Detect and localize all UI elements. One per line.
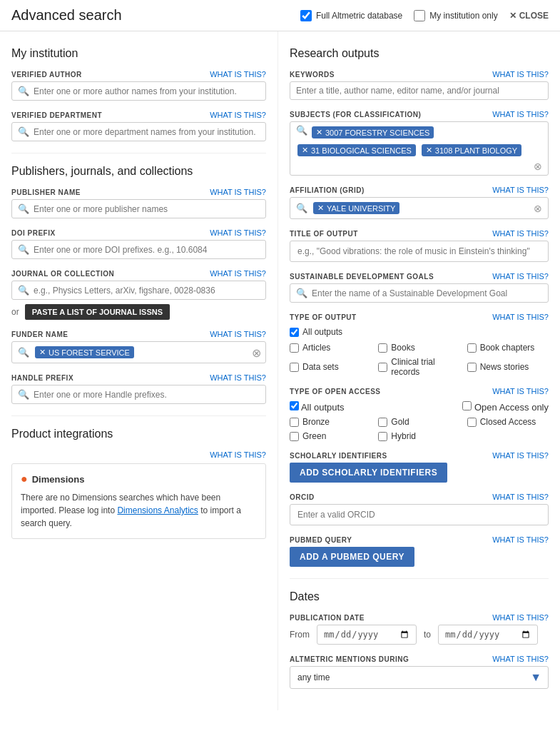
keywords-what-is-this[interactable]: WHAT IS THIS?	[492, 70, 549, 79]
oa-hybrid-label: Hybrid	[391, 431, 416, 441]
add-pubmed-query-button[interactable]: ADD A PUBMED QUERY	[290, 547, 414, 567]
add-scholarly-identifiers-button[interactable]: ADD SCHOLARLY IDENTIFIERS	[290, 463, 447, 483]
subjects-clear-all-icon[interactable]: ⊗	[534, 161, 542, 172]
type-output-what-is-this[interactable]: WHAT IS THIS?	[492, 313, 549, 321]
oa-all-outputs-checkbox[interactable]	[290, 401, 299, 410]
oa-green: Green	[290, 431, 371, 441]
altmetric-mentions-select[interactable]: any time last 7 days last 30 days last 3…	[290, 666, 549, 689]
type-all-outputs-label[interactable]: All outputs	[290, 327, 549, 337]
main-layout: My institution VERIFIED AUTHOR WHAT IS T…	[0, 31, 560, 710]
oa-bronze-checkbox[interactable]	[290, 418, 299, 427]
journal-collection-search-icon: 🔍	[18, 285, 29, 296]
subject-tag-2-x[interactable]: ✕	[302, 146, 308, 155]
affiliation-what-is-this[interactable]: WHAT IS THIS?	[492, 186, 549, 194]
affiliation-tag-x[interactable]: ✕	[317, 203, 324, 213]
subjects-input[interactable]	[296, 161, 528, 171]
verified-author-label: VERIFIED AUTHOR	[11, 71, 82, 79]
my-institution-checkbox[interactable]	[414, 10, 425, 21]
affiliation-input[interactable]	[405, 203, 526, 213]
affiliation-clear-icon[interactable]: ⊗	[534, 203, 542, 214]
verified-department-what-is-this[interactable]: WHAT IS THIS?	[210, 111, 266, 119]
scholarly-identifiers-group: SCHOLARLY IDENTIFIERS WHAT IS THIS? ADD …	[290, 451, 549, 483]
paste-journal-issns-button[interactable]: PASTE A LIST OF JOURNAL ISSNS	[25, 304, 170, 320]
product-integrations-label-row: WHAT IS THIS?	[11, 450, 266, 459]
oa-green-checkbox[interactable]	[290, 432, 299, 441]
funder-name-what-is-this[interactable]: WHAT IS THIS?	[210, 330, 266, 338]
altmetric-mentions-what-is-this[interactable]: WHAT IS THIS?	[492, 655, 549, 663]
type-news-stories-checkbox[interactable]	[467, 363, 477, 372]
altmetric-mentions-label-row: ALTMETRIC MENTIONS DURING WHAT IS THIS?	[290, 655, 549, 663]
verified-author-what-is-this[interactable]: WHAT IS THIS?	[210, 70, 266, 79]
journal-collection-what-is-this[interactable]: WHAT IS THIS?	[210, 269, 266, 278]
subjects-input-wrapper: 🔍 ✕ 3007 FORESTRY SCIENCES ✕ 31 BIOLOGIC…	[290, 121, 549, 176]
publication-date-what-is-this[interactable]: WHAT IS THIS?	[492, 613, 549, 622]
publication-date-group: PUBLICATION DATE WHAT IS THIS? From to	[290, 613, 549, 645]
type-all-outputs-checkbox[interactable]	[290, 328, 299, 337]
publication-date-to-input[interactable]	[438, 625, 538, 645]
close-button[interactable]: ✕ CLOSE	[509, 11, 549, 21]
keywords-input[interactable]	[296, 86, 542, 96]
oa-open-access-only-checkbox[interactable]	[462, 401, 472, 410]
subject-tag-1-x[interactable]: ✕	[316, 128, 322, 137]
publisher-name-input[interactable]	[34, 204, 260, 214]
type-articles-checkbox[interactable]	[290, 343, 299, 353]
handle-prefix-input[interactable]	[34, 390, 260, 400]
full-altmetric-group: Full Altmetric database	[300, 10, 402, 21]
subjects-what-is-this[interactable]: WHAT IS THIS?	[492, 110, 549, 119]
orcid-group: ORCID WHAT IS THIS?	[290, 493, 549, 525]
product-integrations-what-is-this[interactable]: WHAT IS THIS?	[210, 450, 266, 459]
verified-author-label-row: VERIFIED AUTHOR WHAT IS THIS?	[11, 70, 266, 79]
doi-prefix-input[interactable]	[34, 245, 260, 255]
my-institution-label: My institution only	[429, 11, 497, 21]
journal-collection-input[interactable]	[34, 286, 260, 296]
funder-name-input[interactable]	[140, 348, 260, 358]
verified-department-input[interactable]	[34, 127, 260, 137]
oa-closed-access-checkbox[interactable]	[467, 418, 477, 427]
oa-open-access-only-label[interactable]: Open Access only	[462, 401, 549, 413]
from-label: From	[290, 630, 310, 640]
title-output-what-is-this[interactable]: WHAT IS THIS?	[492, 229, 549, 238]
handle-prefix-label: HANDLE PREFIX	[11, 374, 73, 382]
close-x-icon: ✕	[509, 11, 516, 21]
title-output-label-row: TITLE OF OUTPUT WHAT IS THIS?	[290, 229, 549, 238]
orcid-what-is-this[interactable]: WHAT IS THIS?	[492, 493, 549, 501]
journal-collection-label: JOURNAL OR COLLECTION	[11, 270, 114, 278]
verified-author-input[interactable]	[34, 86, 260, 96]
publisher-name-input-wrapper: 🔍	[11, 199, 266, 218]
sdg-input[interactable]	[312, 288, 542, 298]
affiliation-tag-label: YALE UNIVERSITY	[327, 204, 395, 213]
title-output-input[interactable]	[290, 241, 549, 262]
scholarly-identifiers-what-is-this[interactable]: WHAT IS THIS?	[492, 451, 549, 460]
funder-name-input-wrapper: 🔍 ✕ US FOREST SERVICE ⊗	[11, 341, 266, 363]
type-datasets-checkbox[interactable]	[290, 363, 299, 372]
funder-tag-x[interactable]: ✕	[39, 348, 46, 357]
pubmed-query-what-is-this[interactable]: WHAT IS THIS?	[492, 535, 549, 544]
type-books-checkbox[interactable]	[378, 343, 387, 353]
oa-all-outputs-label[interactable]: All outputs	[290, 401, 345, 413]
funder-clear-icon[interactable]: ⊗	[252, 346, 261, 359]
subject-tag-3-x[interactable]: ✕	[426, 146, 432, 155]
oa-hybrid-checkbox[interactable]	[378, 432, 387, 441]
publication-date-from-input[interactable]	[317, 625, 417, 645]
type-output-group: TYPE OF OUTPUT WHAT IS THIS? All outputs…	[290, 313, 549, 377]
type-clinical-trials-checkbox[interactable]	[378, 363, 387, 372]
affiliation-search-icon: 🔍	[296, 203, 307, 213]
oa-green-label: Green	[302, 431, 326, 441]
doi-prefix-what-is-this[interactable]: WHAT IS THIS?	[210, 228, 266, 237]
full-altmetric-checkbox[interactable]	[300, 10, 312, 21]
publisher-name-what-is-this[interactable]: WHAT IS THIS?	[210, 188, 266, 196]
dimensions-analytics-link[interactable]: Dimensions Analytics	[117, 505, 198, 515]
handle-prefix-group: HANDLE PREFIX WHAT IS THIS? 🔍	[11, 373, 266, 404]
sdg-what-is-this[interactable]: WHAT IS THIS?	[492, 272, 549, 281]
type-book-chapters-checkbox[interactable]	[467, 343, 477, 353]
publishers-title: Publishers, journals, and collections	[11, 165, 266, 178]
research-outputs-title: Research outputs	[290, 47, 549, 60]
orcid-input[interactable]	[290, 504, 549, 525]
type-oa-what-is-this[interactable]: WHAT IS THIS?	[492, 387, 549, 395]
subject-tag-2: ✕ 31 BIOLOGICAL SCIENCES	[297, 144, 416, 156]
handle-prefix-what-is-this[interactable]: WHAT IS THIS?	[210, 373, 266, 382]
scholarly-identifiers-label: SCHOLARLY IDENTIFIERS	[290, 452, 387, 460]
sdg-label-row: SUSTAINABLE DEVELOPMENT GOALS WHAT IS TH…	[290, 272, 549, 281]
oa-gold-checkbox[interactable]	[378, 418, 387, 427]
header: Advanced search Full Altmetric database …	[0, 0, 560, 31]
